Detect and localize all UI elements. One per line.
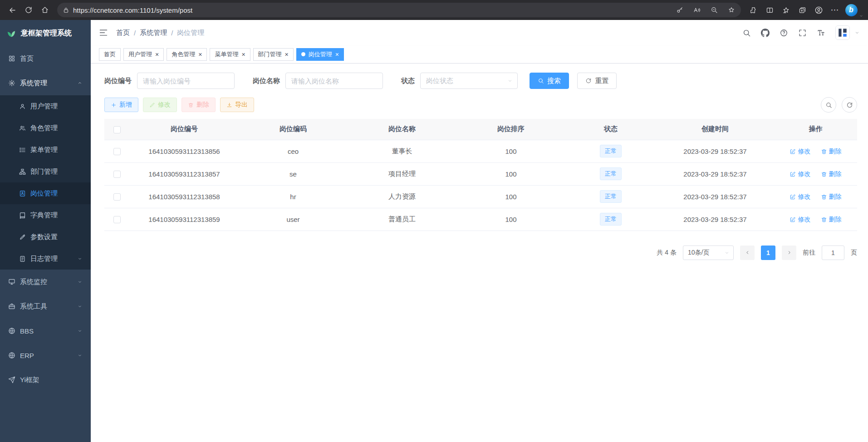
dashboard-grid-icon <box>8 55 15 62</box>
search-icon <box>538 78 544 84</box>
browser-back-button[interactable] <box>5 2 20 18</box>
sidebar-item-dict-mgmt[interactable]: 字典管理 <box>0 204 91 226</box>
status-select[interactable]: 岗位状态 <box>420 73 518 89</box>
tab-menu-mgmt[interactable]: 菜单管理 × <box>210 48 250 61</box>
add-favorite-star-icon[interactable] <box>725 3 738 17</box>
tab-home[interactable]: 首页 <box>99 48 121 61</box>
sidebar-toggle-button[interactable] <box>99 28 108 37</box>
header-search-icon[interactable] <box>742 29 751 37</box>
search-button[interactable]: 搜索 <box>530 73 569 89</box>
row-edit-label: 修改 <box>798 147 810 156</box>
font-size-icon[interactable] <box>817 29 825 37</box>
cell-post-sort: 100 <box>456 140 565 162</box>
tab-post-mgmt[interactable]: 岗位管理 × <box>296 48 344 61</box>
sidebar-item-log-mgmt[interactable]: 日志管理 <box>0 248 91 270</box>
extensions-puzzle-icon[interactable] <box>745 2 761 18</box>
row-delete-button[interactable]: 删除 <box>821 193 842 201</box>
user-avatar[interactable] <box>835 25 850 40</box>
row-delete-button[interactable]: 删除 <box>821 147 842 156</box>
export-button[interactable]: 导出 <box>220 98 254 112</box>
row-checkbox[interactable] <box>113 148 121 155</box>
select-all-checkbox[interactable] <box>113 126 121 133</box>
page-number-button[interactable]: 1 <box>761 246 775 260</box>
bing-copilot-button[interactable]: b <box>843 2 859 18</box>
row-edit-button[interactable]: 修改 <box>790 216 810 224</box>
sidebar-item-erp[interactable]: ERP <box>0 343 91 368</box>
fullscreen-icon[interactable] <box>798 29 807 37</box>
toolbox-icon <box>8 303 15 310</box>
sidebar-item-system-tools[interactable]: 系统工具 <box>0 294 91 319</box>
tab-close-icon[interactable]: × <box>241 51 245 58</box>
password-key-icon[interactable] <box>673 3 687 17</box>
browser-profile-avatar[interactable] <box>811 2 826 18</box>
row-delete-label: 删除 <box>829 170 842 178</box>
breadcrumb-item-system[interactable]: 系统管理 <box>140 29 167 37</box>
browser-home-button[interactable] <box>37 2 53 18</box>
url-text: https://ccnetcore.com:1101/system/post <box>73 6 669 14</box>
leaf-logo-icon <box>6 28 16 38</box>
col-post-id: 岗位编号 <box>130 119 239 140</box>
row-edit-button[interactable]: 修改 <box>790 170 810 178</box>
sidebar-item-role-mgmt[interactable]: 角色管理 <box>0 117 91 139</box>
list-icon <box>19 147 26 153</box>
next-page-button[interactable] <box>782 246 796 260</box>
tab-close-icon[interactable]: × <box>285 51 289 58</box>
help-question-icon[interactable] <box>780 29 788 37</box>
row-edit-button[interactable]: 修改 <box>790 193 810 201</box>
col-post-code: 岗位编码 <box>239 119 348 140</box>
cell-post-id: 1641030593112313856 <box>130 140 239 162</box>
sidebar-item-system-mgmt[interactable]: 系统管理 <box>0 71 91 95</box>
row-checkbox[interactable] <box>113 193 121 201</box>
favorites-star-icon[interactable] <box>778 2 794 18</box>
tab-close-icon[interactable]: × <box>335 51 339 58</box>
reset-button[interactable]: 重置 <box>577 73 617 89</box>
post-code-input[interactable] <box>137 73 235 89</box>
address-bar[interactable]: https://ccnetcore.com:1101/system/post <box>57 3 741 17</box>
sidebar-item-system-monitor[interactable]: 系统监控 <box>0 270 91 294</box>
post-name-input[interactable] <box>285 73 383 89</box>
toolbar-right <box>821 97 857 113</box>
toggle-search-button[interactable] <box>821 97 836 113</box>
edit-button-disabled[interactable]: 修改 <box>143 98 177 112</box>
read-aloud-icon[interactable] <box>690 3 704 17</box>
add-button[interactable]: 新增 <box>104 98 138 112</box>
sidebar-item-yi-framework[interactable]: Yi框架 <box>0 368 91 392</box>
row-checkbox[interactable] <box>113 216 121 223</box>
github-icon[interactable] <box>761 29 770 37</box>
tab-role-mgmt[interactable]: 角色管理 × <box>167 48 207 61</box>
sidebar-item-param-settings[interactable]: 参数设置 <box>0 226 91 248</box>
tab-close-icon[interactable]: × <box>198 51 202 58</box>
breadcrumb-item-home[interactable]: 首页 <box>116 29 130 37</box>
sidebar-item-menu-mgmt[interactable]: 菜单管理 <box>0 139 91 161</box>
row-checkbox[interactable] <box>113 171 121 178</box>
sidebar-item-label: 参数设置 <box>30 233 58 241</box>
row-delete-button[interactable]: 删除 <box>821 216 842 224</box>
row-delete-button[interactable]: 删除 <box>821 170 842 178</box>
delete-button-disabled[interactable]: 删除 <box>181 98 216 112</box>
bing-icon: b <box>845 4 858 16</box>
page-size-select[interactable]: 10条/页 <box>683 246 734 260</box>
row-edit-button[interactable]: 修改 <box>790 147 810 156</box>
refresh-table-button[interactable] <box>842 97 857 113</box>
prev-page-button[interactable] <box>740 246 755 260</box>
cell-created: 2023-03-29 18:52:37 <box>656 162 774 185</box>
goto-page-input[interactable] <box>822 246 844 260</box>
sidebar-item-label: 系统监控 <box>20 278 47 286</box>
sidebar-item-user-mgmt[interactable]: 用户管理 <box>0 95 91 117</box>
sidebar-item-post-mgmt[interactable]: 岗位管理 <box>0 182 91 204</box>
bing-caret-icon[interactable] <box>859 14 863 20</box>
collections-icon[interactable] <box>794 2 810 18</box>
browser-more-menu[interactable]: ⋯ <box>827 2 843 18</box>
zoom-out-icon[interactable] <box>707 3 721 17</box>
avatar-caret-icon[interactable] <box>854 30 860 35</box>
sidebar-item-dept-mgmt[interactable]: 部门管理 <box>0 161 91 182</box>
browser-refresh-button[interactable] <box>21 2 36 18</box>
tab-close-icon[interactable]: × <box>155 51 159 58</box>
sidebar-item-home[interactable]: 首页 <box>0 46 91 71</box>
tab-label: 部门管理 <box>258 50 282 59</box>
tab-dept-mgmt[interactable]: 部门管理 × <box>253 48 294 61</box>
split-screen-icon[interactable] <box>762 2 777 18</box>
tab-user-mgmt[interactable]: 用户管理 × <box>123 48 164 61</box>
status-badge: 正常 <box>600 190 622 203</box>
sidebar-item-bbs[interactable]: BBS <box>0 319 91 343</box>
